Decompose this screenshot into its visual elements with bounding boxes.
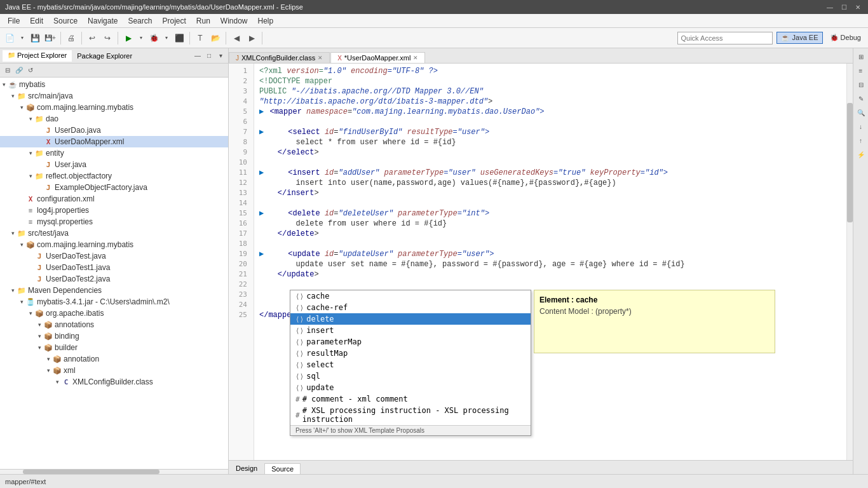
tree-item[interactable]: ▾📁src/test/java xyxy=(0,227,228,239)
code-line xyxy=(259,117,841,127)
tree-item[interactable]: ▾📦com.majing.learning.mybatis xyxy=(0,239,228,250)
autocomplete-item[interactable]: ⟨⟩insert xyxy=(290,325,531,336)
debug-perspective[interactable]: 🐞 Debug xyxy=(825,32,865,44)
tree-item[interactable]: Xconfiguration.xml xyxy=(0,193,228,205)
editor-tab[interactable]: JXMLConfigBuilder.class✕ xyxy=(229,52,330,63)
tree-item[interactable]: ▾📁reflect.objectfactory xyxy=(0,170,228,182)
menu-item-search[interactable]: Search xyxy=(123,15,157,27)
rs-btn-1[interactable]: ⊞ xyxy=(855,51,867,62)
autocomplete-item[interactable]: ⟨⟩select xyxy=(290,359,531,370)
sync-button[interactable]: ↺ xyxy=(25,65,36,76)
autocomplete-item[interactable]: ## XSL processing instruction - XSL proc… xyxy=(290,405,531,425)
editor-scrollbar[interactable] xyxy=(846,64,853,460)
tree-item[interactable]: ▾📦org.apache.ibatis xyxy=(0,308,228,319)
open-resource-button[interactable]: 📂 xyxy=(208,31,222,45)
tree-node-label: reflect.objectfactory xyxy=(44,172,112,180)
code-line: ▶ <select id="findUserById" resultType="… xyxy=(259,127,841,137)
menu-item-edit[interactable]: Edit xyxy=(25,15,48,27)
run-dropdown[interactable]: ▾ xyxy=(137,31,146,45)
tree-item[interactable]: ▾📁dao xyxy=(0,113,228,125)
redo-button[interactable]: ↪ xyxy=(100,31,114,45)
autocomplete-item[interactable]: ⟨⟩sql xyxy=(290,370,531,382)
left-scrollbar[interactable] xyxy=(0,469,228,474)
collapse-all-button[interactable]: ⊟ xyxy=(3,65,13,76)
menu-item-source[interactable]: Source xyxy=(48,15,83,27)
tree-item[interactable]: ≡log4j.properties xyxy=(0,205,228,216)
undo-button[interactable]: ↩ xyxy=(85,31,99,45)
tree-arrow-icon: ▾ xyxy=(9,93,17,99)
tree-item[interactable]: ▾📦com.majing.learning.mybatis xyxy=(0,102,228,113)
autocomplete-item[interactable]: ⟨⟩resultMap xyxy=(290,348,531,359)
tree-item[interactable]: ▾📁Maven Dependencies xyxy=(0,285,228,296)
autocomplete-item[interactable]: ⟨⟩delete xyxy=(290,313,531,325)
print-button[interactable]: 🖨 xyxy=(64,31,78,45)
tree-item[interactable]: JUserDaoTest.java xyxy=(0,250,228,262)
rs-btn-3[interactable]: ⊟ xyxy=(855,79,867,90)
java-ee-perspective[interactable]: ☕ Java EE xyxy=(776,32,822,44)
bottom-tab[interactable]: Design xyxy=(229,463,264,474)
rs-btn-8[interactable]: ⚡ xyxy=(855,149,867,160)
autocomplete-item[interactable]: ## comment - xml comment xyxy=(290,393,531,405)
debug-dropdown[interactable]: ▾ xyxy=(162,31,171,45)
new-dropdown[interactable]: ▾ xyxy=(18,31,27,45)
editor-tab[interactable]: X*UserDaoMapper.xml✕ xyxy=(330,52,425,63)
tree-node-label: src/test/java xyxy=(27,229,69,238)
menu-item-project[interactable]: Project xyxy=(157,15,191,27)
debug-button[interactable]: 🐞 xyxy=(147,31,161,45)
tree-item[interactable]: ▾CXMLConfigBuilder.class xyxy=(0,376,228,388)
quick-access-input[interactable] xyxy=(677,32,773,44)
tree-item[interactable]: ▾📦builder xyxy=(0,342,228,353)
editor-tab-close[interactable]: ✕ xyxy=(318,55,323,61)
tree-item[interactable]: JUser.java xyxy=(0,159,228,170)
menu-item-help[interactable]: Help xyxy=(253,15,279,27)
stop-button[interactable]: ⬛ xyxy=(172,31,186,45)
tree-item[interactable]: ▾📦annotations xyxy=(0,319,228,330)
run-button[interactable]: ▶ xyxy=(121,31,135,45)
tree-item[interactable]: JUserDao.java xyxy=(0,125,228,136)
rs-btn-2[interactable]: ≡ xyxy=(855,65,867,76)
bottom-tab[interactable]: Source xyxy=(264,463,301,474)
open-type-button[interactable]: T xyxy=(193,31,207,45)
rs-btn-5[interactable]: 🔍 xyxy=(855,107,867,118)
tree-item[interactable]: ▾📦xml xyxy=(0,365,228,376)
rs-btn-6[interactable]: ↓ xyxy=(855,121,867,132)
project-explorer-tab[interactable]: 📁 Project Explorer xyxy=(3,50,72,62)
package-explorer-tab[interactable]: Package Explorer xyxy=(72,51,137,61)
autocomplete-item-label: parameterMap xyxy=(306,337,362,346)
menu-item-navigate[interactable]: Navigate xyxy=(83,15,123,27)
rs-btn-4[interactable]: ✎ xyxy=(855,93,867,104)
link-editor-button[interactable]: 🔗 xyxy=(14,65,24,76)
forward-button[interactable]: ▶ xyxy=(245,31,259,45)
menu-item-window[interactable]: Window xyxy=(215,15,253,27)
autocomplete-item[interactable]: ⟨⟩update xyxy=(290,382,531,393)
maximize-button[interactable]: ☐ xyxy=(839,2,849,12)
tree-item[interactable]: ▾📁entity xyxy=(0,147,228,159)
tree-item[interactable]: JUserDaoTest1.java xyxy=(0,262,228,273)
tree-item[interactable]: ▾🫙mybatis-3.4.1.jar - C:\Users\admin\.m2… xyxy=(0,296,228,308)
tree-item[interactable]: JExampleObjectFactory.java xyxy=(0,182,228,193)
editor-tab-close[interactable]: ✕ xyxy=(413,55,418,61)
menu-item-run[interactable]: Run xyxy=(191,15,215,27)
back-button[interactable]: ◀ xyxy=(229,31,243,45)
autocomplete-item[interactable]: ⟨⟩cache-ref xyxy=(290,302,531,313)
maximize-panel-button[interactable]: □ xyxy=(204,51,214,61)
tree-item[interactable]: ▾☕mybatis xyxy=(0,79,228,90)
tree-item[interactable]: JUserDaoTest2.java xyxy=(0,273,228,285)
tree-item[interactable]: ≡mysql.properties xyxy=(0,216,228,227)
menu-item-file[interactable]: File xyxy=(3,15,25,27)
panel-menu-button[interactable]: ▾ xyxy=(215,51,226,61)
close-button[interactable]: ✕ xyxy=(853,2,863,12)
tree-item[interactable]: ▾📦binding xyxy=(0,330,228,342)
save-all-button[interactable]: 💾+ xyxy=(43,31,57,45)
tree-item[interactable]: ▾📦annotation xyxy=(0,353,228,365)
tree-item[interactable]: XUserDaoMapper.xml xyxy=(0,136,228,147)
rs-btn-7[interactable]: ↑ xyxy=(855,135,867,146)
line-number: 9 xyxy=(229,147,251,158)
tree-item[interactable]: ▾📁src/main/java xyxy=(0,90,228,102)
new-button[interactable]: 📄 xyxy=(3,31,17,45)
minimize-panel-button[interactable]: — xyxy=(193,51,203,61)
autocomplete-item[interactable]: ⟨⟩cache xyxy=(290,290,531,302)
autocomplete-item[interactable]: ⟨⟩parameterMap xyxy=(290,336,531,348)
minimize-button[interactable]: — xyxy=(825,2,835,12)
save-button[interactable]: 💾 xyxy=(28,31,42,45)
